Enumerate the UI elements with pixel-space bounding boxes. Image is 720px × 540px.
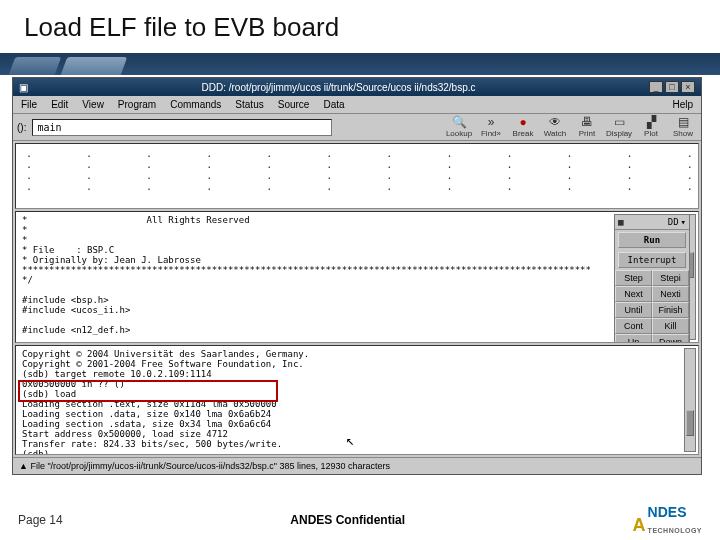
toolbar-label: Print [579,129,595,138]
console-text: Copyright © 2004 Universität des Saarlan… [22,349,692,455]
app-icon: ▣ [19,82,28,93]
menubar: File Edit View Program Commands Status S… [13,96,701,114]
cursor-icon: ↖ [346,432,354,448]
logo-subtext: TECHNOLOGY [648,527,702,534]
toolbar-label: Plot [644,129,658,138]
ddd-titlebar: ▣ DDD: /root/proj/jimmy/ucos ii/trunk/So… [13,78,701,96]
toolbar-label: Show [673,129,693,138]
toolbar-label: Find» [481,129,501,138]
scroll-thumb[interactable] [686,410,694,436]
status-bar: ▲ File "/root/proj/jimmy/ucos-ii/trunk/S… [13,457,701,474]
break-icon: ● [516,116,530,128]
page-number: Page 14 [18,513,63,527]
display-icon: ▭ [612,116,626,128]
window-title: DDD: /root/proj/jimmy/ucos ii/trunk/Sour… [34,82,643,93]
panel-dd-label: DD [668,217,679,227]
interrupt-button[interactable]: Interrupt [618,252,686,268]
slide-title: Load ELF file to EVB board [0,0,720,53]
maximize-button[interactable]: □ [665,81,679,93]
next-button[interactable]: Next [615,286,652,302]
close-button[interactable]: × [681,81,695,93]
ddd-window: ▣ DDD: /root/proj/jimmy/ucos ii/trunk/So… [12,77,702,475]
lookup-icon: 🔍 [452,116,466,128]
plot-icon: ▞ [644,116,658,128]
show-button[interactable]: ▤Show [669,116,697,138]
panel-menu-icon[interactable]: ▾ [681,217,686,227]
andes-logo: A NDES TECHNOLOGY [633,504,702,536]
menu-file[interactable]: File [21,99,37,110]
command-tool-panel: ▦ DD ▾ Run Interrupt StepStepiNextNextiU… [614,214,690,343]
debugger-console[interactable]: Copyright © 2004 Universität des Saarlan… [15,345,699,455]
window-buttons: _ □ × [649,81,695,93]
show-icon: ▤ [676,116,690,128]
console-scrollbar[interactable] [684,348,696,452]
menu-status[interactable]: Status [235,99,263,110]
decor-tab [61,57,128,75]
toolbar-label: Display [606,129,632,138]
display-button[interactable]: ▭Display [605,116,633,138]
menu-help[interactable]: Help [672,99,693,110]
menu-view[interactable]: View [82,99,104,110]
minimize-button[interactable]: _ [649,81,663,93]
panel-grip-icon[interactable]: ▦ [618,217,623,227]
footer-confidential: ANDES Confidential [63,513,633,527]
finish-button[interactable]: Finish [652,302,689,318]
data-window[interactable]: . . . . . . . . . . . . . . . . . . . . … [15,143,699,209]
argument-label: (): [17,122,26,133]
until-button[interactable]: Until [615,302,652,318]
highlight-box [18,380,278,402]
toolbar-label: Break [513,129,534,138]
down-button[interactable]: Down [652,334,689,343]
run-button[interactable]: Run [618,232,686,248]
kill-button[interactable]: Kill [652,318,689,334]
slide-footer: Page 14 ANDES Confidential A NDES TECHNO… [0,504,720,536]
nexti-button[interactable]: Nexti [652,286,689,302]
cont-button[interactable]: Cont [615,318,652,334]
source-text: * All Rights Reserved * * * File : BSP.C… [22,215,692,343]
toolbar: (): 🔍Lookup »Find» ●Break 👁Watch 🖶Print … [13,114,701,141]
argument-input[interactable] [32,119,332,136]
lookup-button[interactable]: 🔍Lookup [445,116,473,138]
source-window[interactable]: * All Rights Reserved * * * File : BSP.C… [15,211,699,343]
break-button[interactable]: ●Break [509,116,537,138]
find-icon: » [484,116,498,128]
up-button[interactable]: Up [615,334,652,343]
watch-button[interactable]: 👁Watch [541,116,569,138]
watch-icon: 👁 [548,116,562,128]
menu-source[interactable]: Source [278,99,310,110]
menu-data[interactable]: Data [323,99,344,110]
print-icon: 🖶 [580,116,594,128]
print-button[interactable]: 🖶Print [573,116,601,138]
menu-commands[interactable]: Commands [170,99,221,110]
logo-text: NDES [648,504,687,520]
menu-program[interactable]: Program [118,99,156,110]
logo-a-icon: A [633,515,646,536]
find-button[interactable]: »Find» [477,116,505,138]
decor-tab [9,57,62,75]
menu-edit[interactable]: Edit [51,99,68,110]
toolbar-label: Lookup [446,129,472,138]
toolbar-icons: 🔍Lookup »Find» ●Break 👁Watch 🖶Print ▭Dis… [445,116,697,138]
plot-button[interactable]: ▞Plot [637,116,665,138]
toolbar-label: Watch [544,129,566,138]
stepi-button[interactable]: Stepi [652,270,689,286]
step-button[interactable]: Step [615,270,652,286]
slide-header-bar [0,53,720,75]
